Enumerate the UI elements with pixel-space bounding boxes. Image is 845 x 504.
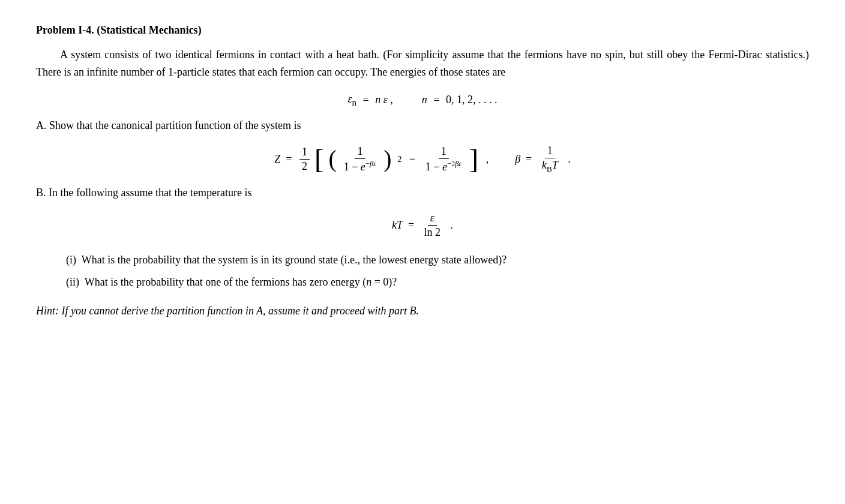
part-b-ii: (ii) What is the probability that one of…	[66, 274, 809, 291]
part-b-label: B. In the following assume that the temp…	[36, 187, 809, 199]
hint-section: Hint: If you cannot derive the partition…	[36, 302, 809, 320]
problem-title: Problem I-4. (Statistical Mechanics)	[36, 24, 809, 37]
partition-function-equation: Z = 1 2 [ ( 1 1 − e−βε ) 2 − 1 1 − e−2βε…	[36, 144, 809, 175]
temperature-equation: kT = ε ln 2 .	[36, 211, 809, 239]
part-b-i: (i) What is the probability that the sys…	[66, 251, 809, 269]
problem-container: Problem I-4. (Statistical Mechanics) A s…	[36, 24, 809, 320]
title-subtitle: (Statistical Mechanics)	[97, 24, 201, 36]
paragraph-1: A system consists of two identical fermi…	[36, 46, 809, 81]
part-a-label: A. Show that the canonical partition fun…	[36, 119, 809, 132]
hint-text: If you cannot derive the partition funct…	[59, 305, 419, 317]
energy-equation: εn = n ε , n = 0, 1, 2, . . . .	[36, 93, 809, 108]
title-bold: Problem I-4.	[36, 24, 94, 36]
hint-label: Hint:	[36, 305, 59, 317]
